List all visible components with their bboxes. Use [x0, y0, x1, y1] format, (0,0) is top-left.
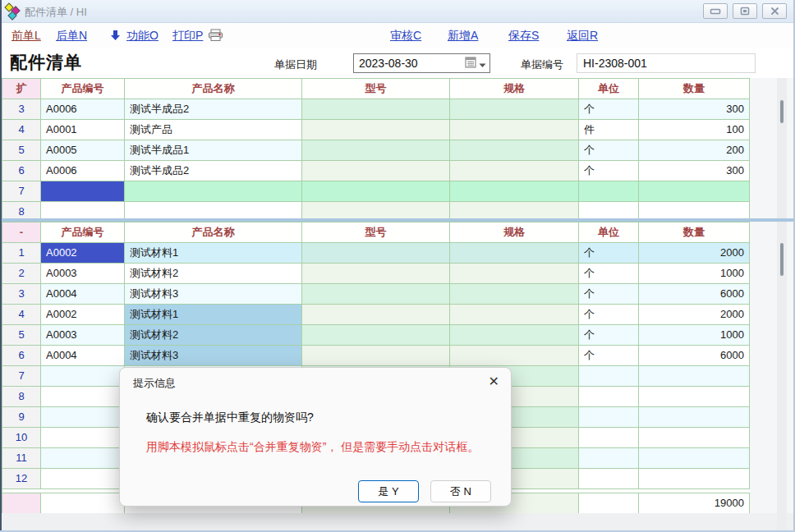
cell-unit[interactable]: 个 — [579, 99, 639, 120]
column-header-model[interactable]: 型号 — [302, 222, 450, 243]
minimize-button[interactable] — [703, 3, 728, 19]
scrollbar-track[interactable] — [777, 78, 787, 530]
cell-code[interactable]: A0006 — [41, 161, 125, 181]
cell-qty[interactable]: 2000 — [639, 243, 750, 264]
dialog-close-button[interactable]: ✕ — [489, 374, 499, 389]
add-button[interactable]: 新增A — [448, 29, 478, 44]
cell-name[interactable]: 测试材料1 — [125, 243, 302, 264]
cell-qty[interactable] — [639, 202, 750, 218]
cell-qty[interactable] — [639, 366, 750, 387]
row-number[interactable]: 2 — [2, 264, 41, 284]
cell-code[interactable] — [41, 202, 125, 218]
row-number[interactable]: 5 — [2, 325, 41, 346]
row-number[interactable]: 11 — [2, 448, 41, 469]
cell-qty[interactable]: 200 — [639, 140, 750, 161]
cell-code[interactable]: A0002 — [41, 305, 125, 325]
cell-code[interactable] — [41, 181, 125, 202]
row-number[interactable]: 7 — [2, 366, 41, 387]
cell-code[interactable]: A0004 — [41, 346, 125, 366]
cell-model[interactable] — [302, 264, 450, 284]
row-number[interactable]: 5 — [2, 140, 41, 161]
cell-code[interactable] — [41, 366, 125, 387]
maximize-button[interactable] — [733, 3, 757, 19]
cell-code[interactable]: A0003 — [41, 325, 125, 346]
row-number[interactable]: 6 — [2, 346, 41, 366]
column-header-name[interactable]: 产品名称 — [125, 79, 302, 99]
table-splitter[interactable] — [0, 218, 793, 222]
cell-code[interactable] — [41, 469, 125, 489]
cell-unit[interactable]: 个 — [579, 243, 639, 264]
cell-spec[interactable] — [450, 99, 579, 120]
column-header-qty[interactable]: 数量 — [639, 222, 750, 243]
cell-unit[interactable]: 个 — [579, 284, 639, 305]
printer-icon[interactable] — [208, 29, 223, 45]
cell-model[interactable] — [302, 243, 450, 264]
cell-qty[interactable] — [639, 387, 750, 407]
cell-name[interactable]: 测试产品 — [125, 120, 302, 140]
date-input[interactable]: 2023-08-30 — [353, 53, 490, 73]
cell-qty[interactable]: 300 — [639, 99, 750, 120]
cell-qty[interactable]: 100 — [639, 120, 750, 140]
cell-code[interactable] — [41, 448, 125, 469]
cell-code[interactable] — [41, 428, 125, 448]
cell-unit[interactable]: 个 — [579, 305, 639, 325]
cell-model[interactable] — [302, 140, 450, 161]
cell-name[interactable] — [125, 202, 302, 218]
cell-model[interactable] — [302, 161, 450, 181]
cell-model[interactable] — [302, 99, 450, 120]
cell-model[interactable] — [302, 325, 450, 346]
cell-qty[interactable] — [639, 469, 750, 489]
row-number[interactable]: 8 — [2, 387, 41, 407]
column-header-unit[interactable]: 单位 — [579, 79, 639, 99]
cell-spec[interactable] — [450, 325, 579, 346]
down-arrow-icon[interactable] — [110, 30, 121, 44]
cell-name[interactable]: 测试材料3 — [125, 284, 302, 305]
cell-code[interactable]: A0001 — [41, 120, 125, 140]
cell-qty[interactable]: 1000 — [639, 325, 750, 346]
cell-name[interactable]: 测试材料2 — [125, 325, 302, 346]
row-number[interactable]: 8 — [2, 202, 41, 218]
date-dropdown-button[interactable] — [465, 57, 486, 71]
cell-unit[interactable] — [579, 181, 639, 202]
column-header-unit[interactable]: 单位 — [579, 222, 639, 243]
close-button[interactable] — [762, 3, 787, 19]
cell-qty[interactable]: 6000 — [639, 346, 750, 366]
cell-unit[interactable] — [579, 448, 639, 469]
cell-code[interactable] — [41, 387, 125, 407]
row-number[interactable]: 6 — [2, 161, 41, 181]
doc-no-input[interactable]: HI-2308-001 — [577, 53, 756, 73]
cell-qty[interactable]: 2000 — [639, 305, 750, 325]
cell-name[interactable]: 测试半成品2 — [125, 161, 302, 181]
cell-spec[interactable] — [450, 120, 579, 140]
cell-unit[interactable]: 个 — [579, 140, 639, 161]
cell-qty[interactable]: 300 — [639, 161, 750, 181]
row-number[interactable]: 10 — [2, 428, 41, 448]
cell-unit[interactable] — [579, 407, 639, 428]
print-button[interactable]: 打印P — [172, 29, 203, 44]
save-button[interactable]: 保存S — [508, 29, 539, 44]
column-header-model[interactable]: 型号 — [302, 79, 450, 99]
cell-name[interactable]: 测试半成品1 — [125, 140, 302, 161]
column-header-spec[interactable]: 规格 — [450, 79, 579, 99]
cell-code[interactable]: A0005 — [41, 140, 125, 161]
column-header-name[interactable]: 产品名称 — [125, 222, 302, 243]
column-header-num[interactable]: - — [2, 222, 41, 243]
cell-spec[interactable] — [450, 202, 579, 218]
cell-spec[interactable] — [450, 346, 579, 366]
cell-spec[interactable] — [450, 305, 579, 325]
cell-model[interactable] — [302, 120, 450, 140]
cell-code[interactable]: A0003 — [41, 264, 125, 284]
cell-name[interactable]: 测试半成品2 — [125, 99, 302, 120]
cell-unit[interactable] — [579, 428, 639, 448]
cell-qty[interactable] — [639, 407, 750, 428]
cell-unit[interactable]: 件 — [579, 120, 639, 140]
cell-spec[interactable] — [450, 181, 579, 202]
row-number[interactable]: 9 — [2, 407, 41, 428]
cell-qty[interactable]: 1000 — [639, 264, 750, 284]
parts-table-scrollbar-thumb[interactable] — [780, 100, 784, 123]
row-number[interactable]: 12 — [2, 469, 41, 489]
cell-model[interactable] — [302, 284, 450, 305]
materials-table-scrollbar-thumb[interactable] — [780, 243, 784, 276]
cell-unit[interactable] — [579, 366, 639, 387]
column-header-code[interactable]: 产品编号 — [41, 222, 125, 243]
